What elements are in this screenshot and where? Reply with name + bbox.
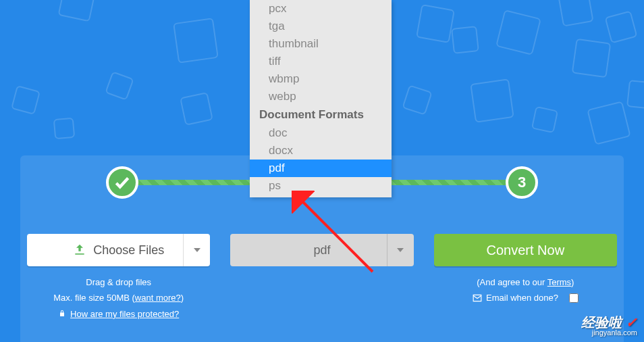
watermark: 经验啦 ✓ jingyanla.com <box>581 316 637 337</box>
choose-files-subtext: Drag & drop files Max. file size 50MB (w… <box>53 274 184 322</box>
convert-subtext: (And agree to our Terms) Email when done… <box>473 274 579 306</box>
email-when-done-checkbox[interactable] <box>569 293 579 303</box>
mail-icon <box>473 293 482 303</box>
format-dropdown-menu: pcxtgathumbnailtiffwbmpwebp Document For… <box>250 0 392 197</box>
format-dropdown-toggle[interactable] <box>387 234 414 266</box>
convert-label: Convert Now <box>487 243 565 258</box>
dropdown-section-header: Document Formats <box>250 105 392 124</box>
dropdown-item-pdf[interactable]: pdf <box>250 160 392 177</box>
dropdown-item-thumbnail[interactable]: thumbnail <box>250 35 392 53</box>
files-protected-link[interactable]: How are my files protected? <box>70 306 179 322</box>
step-1-complete <box>106 166 138 199</box>
dropdown-item-ps[interactable]: ps <box>250 177 392 195</box>
chevron-down-icon <box>397 248 404 252</box>
dropdown-item-docx[interactable]: docx <box>250 142 392 160</box>
dropdown-item-tiff[interactable]: tiff <box>250 53 392 70</box>
choose-files-button[interactable]: Choose Files <box>27 234 210 266</box>
terms-link[interactable]: Terms <box>547 277 571 287</box>
dropdown-item-tga[interactable]: tga <box>250 18 392 35</box>
choose-files-dropdown-toggle[interactable] <box>183 234 210 266</box>
dropdown-item-pcx[interactable]: pcx <box>250 0 392 18</box>
convert-now-button[interactable]: Convert Now <box>434 234 617 266</box>
dropdown-item-doc[interactable]: doc <box>250 124 392 142</box>
want-more-link[interactable]: want more? <box>135 293 181 303</box>
choose-files-label: Choose Files <box>93 243 164 258</box>
chevron-down-icon <box>194 248 200 252</box>
upload-icon <box>73 243 86 257</box>
dropdown-item-webp[interactable]: webp <box>250 88 392 105</box>
step-3: 3 <box>506 166 538 199</box>
lock-icon <box>58 310 66 318</box>
format-select-button[interactable]: pdf <box>230 234 413 266</box>
dropdown-item-wbmp[interactable]: wbmp <box>250 70 392 88</box>
